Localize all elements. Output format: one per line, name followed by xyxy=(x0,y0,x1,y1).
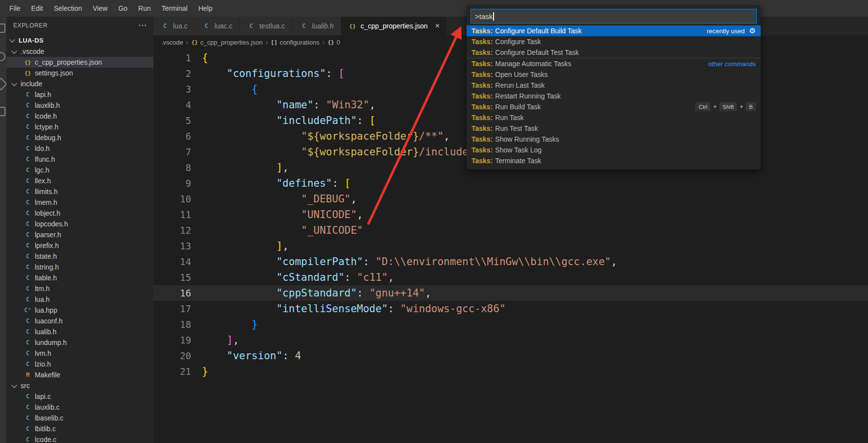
file-item-lbitlib-c[interactable]: Clbitlib.c xyxy=(6,423,153,434)
command-item-run-task[interactable]: Tasks:Run Task xyxy=(467,112,761,123)
file-item-c-cpp-properties-json[interactable]: {}c_cpp_properties.json xyxy=(6,57,153,68)
c-file-icon: C xyxy=(23,436,32,443)
folder-item-vscode[interactable]: .vscode xyxy=(6,46,153,57)
file-item-luaconf-h[interactable]: Cluaconf.h xyxy=(6,316,153,326)
close-icon[interactable]: × xyxy=(435,23,440,29)
code-line-20[interactable]: 20 "version": 4 xyxy=(153,348,868,364)
more-actions-icon[interactable]: ⋯ xyxy=(138,23,147,28)
command-item-show-task-log[interactable]: Tasks:Show Task Log xyxy=(467,145,761,155)
code-line-19[interactable]: 19 ], xyxy=(153,332,868,348)
file-item-llex-h[interactable]: Cllex.h xyxy=(6,175,153,186)
file-item-lstate-h[interactable]: Clstate.h xyxy=(6,251,153,262)
menu-item-selection[interactable]: Selection xyxy=(49,0,88,17)
command-item-restart-running-task[interactable]: Tasks:Restart Running Task xyxy=(467,91,761,101)
code-line-12[interactable]: 12 "_UNICODE" xyxy=(153,222,868,238)
file-item-lgc-h[interactable]: Clgc.h xyxy=(6,165,153,175)
file-item-lauxlib-c[interactable]: Clauxlib.c xyxy=(6,402,153,413)
menu-item-go[interactable]: Go xyxy=(113,0,133,17)
item-label: luaconf.h xyxy=(35,317,63,325)
file-item-lparser-h[interactable]: Clparser.h xyxy=(6,229,153,240)
menu-item-run[interactable]: Run xyxy=(133,0,156,17)
folder-item-src[interactable]: src xyxy=(6,380,153,391)
file-item-lapi-c[interactable]: Clapi.c xyxy=(6,391,153,402)
item-label: llimits.h xyxy=(35,188,58,196)
command-item-show-running-tasks[interactable]: Tasks:Show Running Tasks xyxy=(467,134,761,145)
breadcrumb-item-c-cpp-properties-json[interactable]: {}c_cpp_properties.json xyxy=(191,39,262,46)
breadcrumb-separator: › xyxy=(266,38,268,46)
code-line-15[interactable]: 15 "cStandard": "c11", xyxy=(153,270,868,285)
file-item-lcode-h[interactable]: Clcode.h xyxy=(6,111,153,122)
code-line-17[interactable]: 17 "intelliSenseMode": "windows-gcc-x86" xyxy=(153,301,868,317)
file-item-lcode-c[interactable]: Clcode.c xyxy=(6,434,153,443)
code-line-11[interactable]: 11 "UNICODE", xyxy=(153,207,868,222)
configure-gear-icon[interactable]: ⚙ xyxy=(749,26,756,35)
code-line-13[interactable]: 13 ], xyxy=(153,238,868,254)
c-file-icon: C xyxy=(23,156,32,163)
line-number: 3 xyxy=(153,81,191,97)
code-line-16[interactable]: 16 "cppStandard": "gnu++14", xyxy=(153,285,868,301)
tab-lualib-h[interactable]: Clualib.h xyxy=(292,17,341,35)
item-label: ltm.h xyxy=(35,285,50,293)
code-line-10[interactable]: 10 "_DEBUG", xyxy=(153,191,868,207)
file-item-settings-json[interactable]: {}settings.json xyxy=(6,68,153,78)
tab-lua-c[interactable]: Clua.c xyxy=(153,17,195,35)
file-item-lauxlib-h[interactable]: Clauxlib.h xyxy=(6,100,153,111)
file-item-lprefix-h[interactable]: Clprefix.h xyxy=(6,240,153,251)
file-item-ldebug-h[interactable]: Cldebug.h xyxy=(6,132,153,143)
command-item-run-build-task[interactable]: Tasks:Run Build TaskCtrl+Shift+B xyxy=(467,101,761,112)
menu-item-edit[interactable]: Edit xyxy=(26,0,49,17)
breadcrumb-item-configurations[interactable]: []configurations xyxy=(271,39,320,46)
menu-item-view[interactable]: View xyxy=(87,0,113,17)
c-file-icon: C xyxy=(23,328,32,335)
file-item-lmem-h[interactable]: Clmem.h xyxy=(6,197,153,208)
file-item-lobject-h[interactable]: Clobject.h xyxy=(6,208,153,219)
command-item-run-test-task[interactable]: Tasks:Run Test Task xyxy=(467,123,761,134)
file-item-lbaselib-c[interactable]: Clbaselib.c xyxy=(6,413,153,423)
file-item-lstring-h[interactable]: Clstring.h xyxy=(6,262,153,272)
code-line-14[interactable]: 14 "compilerPath": "D:\\environment\\Min… xyxy=(153,254,868,270)
activity-bar-icon-fragment[interactable] xyxy=(0,24,5,33)
folder-item-include[interactable]: include xyxy=(6,78,153,89)
file-item-lvm-h[interactable]: Clvm.h xyxy=(6,348,153,359)
file-item-lctype-h[interactable]: Clctype.h xyxy=(6,122,153,132)
file-item-lapi-h[interactable]: Clapi.h xyxy=(6,89,153,100)
file-item-lfunc-h[interactable]: Clfunc.h xyxy=(6,154,153,165)
command-item-rerun-last-task[interactable]: Tasks:Rerun Last Task xyxy=(467,80,761,91)
command-item-configure-default-build-task[interactable]: Tasks:Configure Default Build Taskrecent… xyxy=(467,25,761,36)
command-palette: >task Tasks:Configure Default Build Task… xyxy=(467,5,761,170)
command-item-terminate-task[interactable]: Tasks:Terminate Task xyxy=(467,155,761,166)
code-line-18[interactable]: 18 } xyxy=(153,317,868,332)
file-item-ltable-h[interactable]: Cltable.h xyxy=(6,272,153,283)
menu-item-terminal[interactable]: Terminal xyxy=(156,0,193,17)
file-item-makefile[interactable]: MMakefile xyxy=(6,369,153,380)
tab-c-cpp-properties-json[interactable]: {}c_cpp_properties.json× xyxy=(341,17,447,35)
file-item-lua-h[interactable]: Clua.h xyxy=(6,294,153,305)
activity-bar-icon-fragment[interactable] xyxy=(0,52,5,61)
tab-luac-c[interactable]: Cluac.c xyxy=(195,17,240,35)
item-label: lopcodes.h xyxy=(35,220,68,228)
file-item-lua-hpp[interactable]: C⁺lua.hpp xyxy=(6,305,153,316)
file-item-lzio-h[interactable]: Clzio.h xyxy=(6,359,153,369)
file-item-lundump-h[interactable]: Clundump.h xyxy=(6,337,153,348)
tab-testlua-c[interactable]: Ctestlua.c xyxy=(240,17,292,35)
menu-item-help[interactable]: Help xyxy=(193,0,218,17)
line-number: 21 xyxy=(153,364,191,379)
item-label: lprefix.h xyxy=(35,242,59,249)
command-item-configure-task[interactable]: Tasks:Configure Task xyxy=(467,36,761,47)
activity-bar-icon-fragment[interactable] xyxy=(0,107,5,116)
file-item-ltm-h[interactable]: Cltm.h xyxy=(6,283,153,294)
code-line-9[interactable]: 9 "defines": [ xyxy=(153,175,868,191)
menu-item-file[interactable]: File xyxy=(4,0,26,17)
file-item-ldo-h[interactable]: Cldo.h xyxy=(6,143,153,154)
command-item-configure-default-test-task[interactable]: Tasks:Configure Default Test Task xyxy=(467,47,761,58)
workspace-root[interactable]: LUA-DS xyxy=(6,34,153,46)
command-item-open-user-tasks[interactable]: Tasks:Open User Tasks xyxy=(467,69,761,80)
command-item-manage-automatic-tasks[interactable]: Tasks:Manage Automatic Tasksother comman… xyxy=(467,58,761,69)
breadcrumb-item-vscode[interactable]: .vscode xyxy=(161,39,183,46)
file-item-llimits-h[interactable]: Cllimits.h xyxy=(6,186,153,197)
code-line-21[interactable]: 21} xyxy=(153,364,868,379)
breadcrumb-item-0[interactable]: {}0 xyxy=(327,39,340,46)
file-item-lopcodes-h[interactable]: Clopcodes.h xyxy=(6,219,153,229)
file-item-lualib-h[interactable]: Clualib.h xyxy=(6,326,153,337)
command-input[interactable]: >task xyxy=(471,9,757,24)
